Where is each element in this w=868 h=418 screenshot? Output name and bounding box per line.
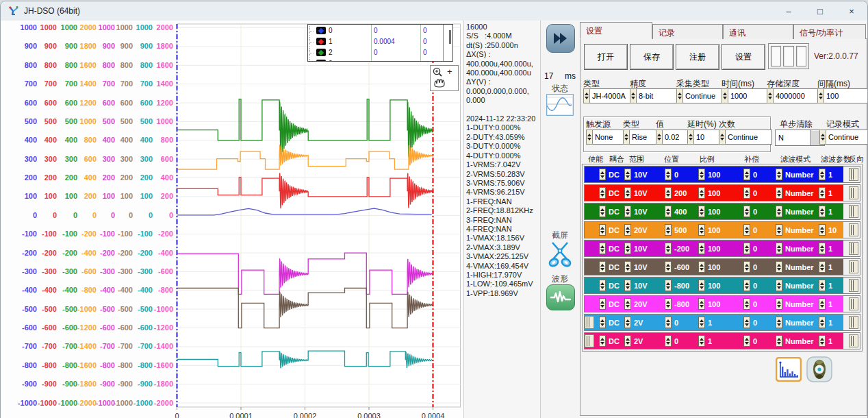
trigger-count-spinner[interactable]: Continue (719, 130, 772, 145)
ch4-range-spinner[interactable]: 20V (624, 224, 663, 236)
ch5-filter-param-spinner[interactable]: 1 (819, 243, 843, 254)
ch8-comp-spinner-arrows[interactable] (743, 298, 750, 310)
ch6-filter-param-spinner-arrows[interactable] (819, 261, 826, 273)
ch10-position-spinner-arrows[interactable] (665, 335, 672, 347)
ch4-filter-mode-spinner[interactable]: Number (776, 224, 818, 236)
ch9-scale-spinner-arrows[interactable] (698, 317, 705, 328)
ch1-comp-spinner[interactable]: 0 (743, 169, 771, 180)
ch2-filter-mode-spinner[interactable]: Number (776, 187, 818, 199)
ch8-range-spinner[interactable]: 20V (624, 298, 663, 310)
close-button[interactable]: × (836, 1, 867, 21)
ch1-position-spinner-arrows[interactable] (665, 169, 672, 180)
ch10-filter-mode-spinner[interactable]: Number (776, 335, 818, 347)
ch7-coupling-spinner-arrows[interactable] (599, 280, 606, 291)
channel-row-1[interactable]: DC10V01000Number1 (584, 166, 860, 183)
ch10-coupling-spinner[interactable]: DC (599, 335, 624, 347)
plot-region[interactable]: 00.00010.00020.00030.0004100090080070060… (1, 21, 463, 418)
tab-settings[interactable]: 设置 (580, 22, 652, 39)
legend-row-0[interactable]: 000 (308, 25, 452, 36)
screenshot-button[interactable] (546, 240, 574, 269)
interval-ms-spinner[interactable]: 100 (817, 88, 868, 103)
depth-spinner-arrows[interactable] (767, 88, 774, 103)
ch1-comp-spinner-arrows[interactable] (743, 169, 750, 180)
run-button[interactable] (546, 24, 575, 53)
capture-type-spinner[interactable]: Continue (676, 88, 727, 103)
tree-expander[interactable] (309, 59, 316, 62)
record-mode-spinner[interactable]: Continue (819, 130, 868, 145)
ch5-coupling-spinner[interactable]: DC (599, 243, 624, 254)
single-clear-control[interactable]: N (775, 130, 825, 146)
ch3-scale-spinner[interactable]: 100 (698, 206, 731, 217)
ch9-comp-spinner-arrows[interactable] (743, 317, 750, 328)
channel-row-3[interactable]: DC10V4001000Number1 (584, 203, 860, 220)
ch5-comp-spinner[interactable]: 0 (743, 243, 771, 254)
ch3-range-spinner[interactable]: 10V (624, 206, 663, 217)
channel-row-4[interactable]: DC20V5001000Number10 (584, 221, 860, 238)
ch10-position-spinner[interactable]: 0 (665, 335, 698, 347)
ch7-coupling-spinner[interactable]: DC (599, 280, 624, 291)
ch7-filter-param-spinner[interactable]: 1 (819, 280, 843, 291)
ch4-filter-param-spinner[interactable]: 10 (819, 224, 843, 236)
ch8-filter-mode-spinner-arrows[interactable] (776, 298, 782, 310)
ch6-enable-toggle[interactable] (585, 259, 598, 275)
ch2-filter-mode-spinner-arrows[interactable] (776, 187, 782, 199)
ch7-filter-mode-spinner[interactable]: Number (776, 280, 818, 291)
tree-expander[interactable] (309, 37, 316, 47)
ch8-filter-param-spinner[interactable]: 1 (819, 298, 843, 310)
ch3-filter-param-spinner-arrows[interactable] (819, 206, 826, 217)
ch5-coupling-spinner-arrows[interactable] (599, 243, 606, 254)
ch4-enable-toggle[interactable] (585, 222, 598, 238)
save-button[interactable]: 保存 (630, 44, 674, 70)
ch4-scale-spinner-arrows[interactable] (698, 224, 705, 236)
ch2-range-spinner-arrows[interactable] (624, 187, 631, 199)
ch8-invert-toggle[interactable] (849, 297, 858, 310)
minimize-button[interactable]: – (773, 1, 804, 21)
channel-row-9[interactable]: DC2V010Number1 (584, 314, 860, 331)
ch5-scale-spinner-arrows[interactable] (698, 243, 705, 254)
ch10-filter-mode-spinner-arrows[interactable] (776, 335, 782, 347)
ch5-filter-mode-spinner-arrows[interactable] (776, 243, 782, 254)
ch5-range-spinner[interactable]: 10V (624, 243, 663, 254)
ch4-range-spinner-arrows[interactable] (624, 224, 631, 236)
ch2-filter-param-spinner-arrows[interactable] (819, 187, 826, 199)
ch5-range-spinner-arrows[interactable] (624, 243, 631, 254)
camera-button[interactable] (806, 356, 833, 383)
ch3-coupling-spinner-arrows[interactable] (599, 206, 606, 217)
precision-spinner-arrows[interactable] (630, 88, 637, 103)
ch7-filter-param-spinner-arrows[interactable] (819, 280, 826, 291)
ch3-scale-spinner-arrows[interactable] (698, 206, 705, 217)
open-button[interactable]: 打开 (584, 44, 628, 70)
histogram-button[interactable] (776, 357, 802, 382)
ch6-position-spinner[interactable]: -600 (665, 261, 698, 273)
ch9-enable-toggle[interactable] (585, 316, 594, 329)
ch7-enable-toggle[interactable] (585, 278, 598, 293)
ch9-scale-spinner[interactable]: 1 (698, 317, 731, 328)
tree-expander[interactable] (309, 48, 316, 58)
interval-ms-spinner-arrows[interactable] (817, 88, 824, 103)
ch1-filter-mode-spinner[interactable]: Number (776, 169, 818, 180)
ch8-scale-spinner[interactable]: 100 (698, 298, 731, 310)
ch7-comp-spinner[interactable]: 0 (743, 280, 771, 291)
tab-signal-power[interactable]: 信号/功率计 (793, 24, 866, 39)
ch3-filter-param-spinner[interactable]: 1 (819, 206, 843, 217)
plot-canvas[interactable]: 00.00010.00020.00030.0004100090080070060… (1, 21, 463, 418)
ch1-range-spinner[interactable]: 10V (624, 169, 663, 180)
precision-spinner[interactable]: 8-bit (630, 88, 680, 103)
ch3-invert-toggle[interactable] (849, 205, 858, 218)
ch4-coupling-spinner[interactable]: DC (599, 224, 624, 236)
ch9-filter-param-spinner[interactable]: 1 (819, 317, 843, 328)
ch3-filter-mode-spinner-arrows[interactable] (776, 206, 782, 217)
ch10-invert-toggle[interactable] (849, 334, 858, 347)
ch9-range-spinner[interactable]: 2V (624, 317, 663, 328)
ch8-enable-toggle[interactable] (585, 296, 598, 312)
ch10-filter-param-spinner-arrows[interactable] (819, 335, 826, 347)
ch5-invert-toggle[interactable] (849, 242, 858, 255)
ch6-scale-spinner[interactable]: 100 (698, 261, 731, 273)
ch1-enable-toggle[interactable] (585, 167, 598, 182)
maximize-button[interactable]: □ (804, 1, 836, 21)
ch1-scale-spinner-arrows[interactable] (698, 169, 705, 180)
ch1-filter-param-spinner[interactable]: 1 (819, 169, 843, 180)
settings-button[interactable]: 设置 (722, 44, 765, 70)
trigger-source-spinner-arrows[interactable] (586, 130, 593, 145)
ch1-position-spinner[interactable]: 0 (665, 169, 698, 180)
